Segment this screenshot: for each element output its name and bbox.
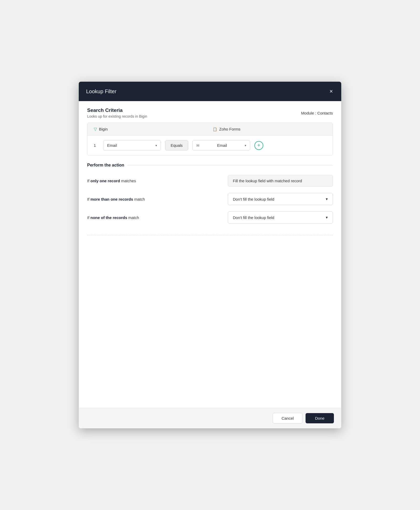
dest-column: 📋 Zoho Forms [207,127,326,131]
operator-button[interactable]: Equals [165,140,188,150]
action-prefix-1: If [87,179,91,183]
action-label-none-records: If none of the records match [87,215,139,220]
modal-title: Lookup Filter [86,89,117,95]
section-title: Perform the action [87,163,124,168]
action-row-none-records: If none of the records match Don't fill … [87,211,333,223]
chevron-down-icon-multiple: ▾ [326,197,328,201]
source-label: Bigin [99,127,108,131]
search-criteria-left: Search Criteria Looks up for existing re… [87,107,147,118]
add-criteria-button[interactable]: + [254,141,263,150]
zoho-forms-icon: 📋 [213,127,217,131]
plus-icon: + [257,142,260,148]
action-row-multiple-records: If more than one records match Don't fil… [87,193,333,205]
action-bold-1: only one record [91,179,120,183]
search-criteria-header: Search Criteria Looks up for existing re… [79,101,341,123]
action-suffix-1: matches [120,179,136,183]
chevron-down-icon: ▾ [155,144,157,147]
action-section: Perform the action If only one record ma… [79,155,341,235]
modal-header: Lookup Filter × [79,82,341,101]
action-value-static: Fill the lookup field with matched recor… [228,175,333,187]
row-number: 1 [94,143,99,148]
source-column: ▽ Bigin [94,127,207,132]
lookup-filter-modal: Lookup Filter × Search Criteria Looks up… [79,82,341,428]
criteria-row: 1 Email ▾ Equals ✉ Email ▾ + [87,136,333,155]
spacer [79,235,341,408]
action-dropdown-multiple[interactable]: Don't fill the lookup field ▾ [228,193,333,205]
action-row-one-record: If only one record matches Fill the look… [87,175,333,187]
cancel-button[interactable]: Cancel [273,413,302,424]
search-criteria-subtext: Looks up for existing records in Bigin [87,114,147,118]
modal-footer: Cancel Done [79,408,341,428]
action-prefix-2: If [87,197,91,201]
divider-line [127,165,333,165]
bigin-icon: ▽ [94,127,97,132]
chevron-down-icon-right: ▾ [245,144,246,147]
action-prefix-3: If [87,215,91,220]
criteria-table-header: ▽ Bigin 📋 Zoho Forms [87,123,333,136]
module-label: Module : Contacts [301,111,333,115]
section-divider: Perform the action [87,163,333,168]
action-label-one-record: If only one record matches [87,179,136,183]
action-bold-3: none of the records [91,215,127,220]
action-dropdown-multiple-value: Don't fill the lookup field [233,197,274,201]
criteria-table: ▽ Bigin 📋 Zoho Forms 1 Email ▾ Equals ✉ … [87,123,333,155]
action-dropdown-none[interactable]: Don't fill the lookup field ▾ [228,211,333,223]
field-left-dropdown[interactable]: Email ▾ [103,140,161,150]
action-dropdown-none-value: Don't fill the lookup field [233,215,274,220]
done-button[interactable]: Done [306,413,334,423]
email-icon: ✉ [196,143,200,148]
field-right-dropdown[interactable]: ✉ Email ▾ [192,140,250,150]
chevron-down-icon-none: ▾ [326,215,328,220]
action-label-multiple-records: If more than one records match [87,197,145,201]
action-suffix-3: match [127,215,139,220]
search-criteria-heading: Search Criteria [87,107,147,113]
close-button[interactable]: × [328,87,334,95]
action-suffix-2: match [133,197,145,201]
dest-label: Zoho Forms [219,127,240,131]
modal-body: Search Criteria Looks up for existing re… [79,101,341,408]
field-right-value: Email [217,143,227,148]
action-bold-2: more than one records [91,197,133,201]
field-left-value: Email [107,143,117,148]
